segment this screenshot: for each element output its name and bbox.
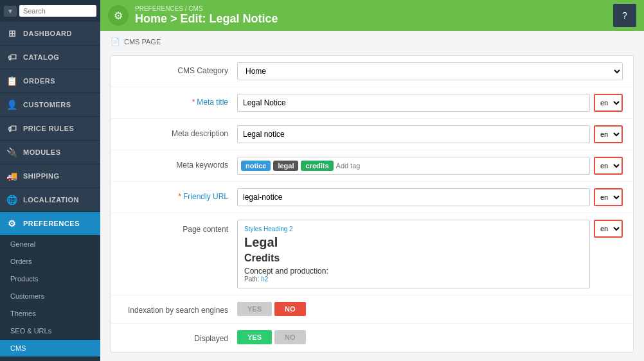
shipping-icon: 🚚 (6, 171, 18, 181)
sidebar-item-seo[interactable]: SEO & URLs (0, 322, 100, 340)
sidebar-nav-orders[interactable]: 📋 ORDERS (0, 69, 100, 93)
topbar-help[interactable]: ? (613, 4, 636, 27)
friendly-url-label: *Friendly URL (121, 188, 237, 201)
displayed-yes-button[interactable]: YES (237, 330, 272, 344)
content-text: Concept and production: (244, 267, 583, 276)
localization-icon: 🌐 (6, 195, 18, 205)
tag-notice: notice (241, 161, 271, 171)
cms-icon: 📄 (111, 37, 120, 46)
cms-form: CMS Category Home *Meta title en (111, 55, 634, 353)
cms-category-row: CMS Category Home (111, 56, 633, 87)
meta-keywords-row: Meta keywords notice legal credits en (111, 150, 633, 182)
sidebar-nav-price-rules[interactable]: 🏷 PRICE RULES (0, 117, 100, 141)
search-icon-button[interactable]: ▼ (4, 6, 17, 17)
meta-description-field: en (237, 125, 623, 143)
sidebar-item-themes[interactable]: Themes (0, 305, 100, 322)
content-path-link[interactable]: h2 (261, 276, 268, 283)
page-content-lang[interactable]: en (594, 220, 623, 238)
price-rules-icon: 🏷 (6, 123, 18, 134)
displayed-label: Displayed (121, 330, 237, 343)
content-path: Path: h2 (244, 276, 583, 283)
meta-title-lang[interactable]: en (594, 94, 623, 112)
indexation-yes-button[interactable]: YES (237, 302, 272, 316)
indexation-no-button[interactable]: NO (274, 302, 306, 316)
sidebar-item-products[interactable]: Products (0, 270, 100, 288)
content-heading: Styles Heading 2 (244, 225, 583, 233)
meta-keywords-field: notice legal credits en (237, 157, 623, 175)
indexation-row: Indexation by search engines YES NO (111, 295, 633, 324)
friendly-url-row: *Friendly URL en (111, 182, 633, 213)
page-content-label: Page content (121, 220, 237, 234)
displayed-row: Displayed YES NO (111, 324, 633, 352)
sidebar-item-images[interactable]: Images (0, 357, 100, 361)
displayed-field: YES NO (237, 330, 623, 344)
meta-title-input[interactable] (237, 94, 590, 112)
catalog-icon: 🏷 (6, 52, 18, 62)
topbar-content: PREFERENCES / CMS Home > Edit: Legal Not… (135, 5, 278, 26)
sidebar-item-orders[interactable]: Orders (0, 253, 100, 270)
main-area: ⚙ PREFERENCES / CMS Home > Edit: Legal N… (100, 0, 644, 361)
page-title: Home > Edit: Legal Notice (135, 12, 278, 26)
sidebar-nav-dashboard[interactable]: ⊞ DASHBOARD (0, 22, 100, 46)
indexation-label: Indexation by search engines (121, 302, 237, 315)
content-h2: Legal (244, 235, 583, 250)
modules-icon: 🔌 (6, 147, 18, 157)
sidebar: ▼ ⊞ DASHBOARD 🏷 CATALOG 📋 ORDERS 👤 CUSTO… (0, 0, 100, 361)
required-star: * (192, 98, 195, 107)
sidebar-item-general[interactable]: General (0, 236, 100, 253)
sidebar-item-cms[interactable]: CMS (0, 340, 100, 357)
page-content-field: Styles Heading 2 Legal Credits Concept a… (237, 220, 623, 288)
top-bar: ⚙ PREFERENCES / CMS Home > Edit: Legal N… (100, 0, 644, 31)
content-credits: Credits (244, 252, 583, 264)
required-star-2: * (178, 192, 181, 201)
indexation-toggle: YES NO (237, 302, 306, 316)
sidebar-item-customers[interactable]: Customers (0, 288, 100, 305)
meta-description-row: Meta description en (111, 119, 633, 150)
sidebar-nav-customers[interactable]: 👤 CUSTOMERS (0, 93, 100, 117)
cms-category-select[interactable]: Home (237, 62, 623, 80)
page-section-header: 📄 CMS PAGE (111, 37, 634, 46)
main-content: 📄 CMS PAGE CMS Category Home *Meta title (100, 31, 644, 361)
displayed-toggle: YES NO (237, 330, 306, 344)
meta-title-row: *Meta title en (111, 87, 633, 119)
tags-container[interactable]: notice legal credits (237, 157, 590, 175)
sidebar-nav-modules[interactable]: 🔌 MODULES (0, 141, 100, 164)
meta-description-input[interactable] (237, 125, 590, 143)
meta-title-label: *Meta title (121, 94, 237, 107)
sidebar-search-area: ▼ (0, 0, 100, 22)
preferences-submenu: General Orders Products Customers Themes… (0, 236, 100, 361)
meta-keywords-lang[interactable]: en (594, 157, 623, 175)
tag-legal: legal (273, 161, 298, 171)
sidebar-nav-catalog[interactable]: 🏷 CATALOG (0, 46, 100, 69)
breadcrumb: PREFERENCES / CMS (135, 5, 278, 12)
meta-description-lang[interactable]: en (594, 125, 623, 143)
friendly-url-lang[interactable]: en (594, 188, 623, 206)
topbar-icon: ⚙ (108, 5, 129, 26)
meta-title-field: en (237, 94, 623, 112)
meta-keywords-label: Meta keywords (121, 157, 237, 170)
preferences-icon: ⚙ (6, 218, 18, 229)
tag-input[interactable] (336, 162, 425, 170)
sidebar-nav-localization[interactable]: 🌐 LOCALIZATION (0, 188, 100, 212)
orders-icon: 📋 (6, 76, 18, 86)
tag-credits: credits (301, 161, 333, 171)
search-input[interactable] (19, 5, 96, 17)
sidebar-nav-preferences[interactable]: ⚙ PREFERENCES (0, 212, 100, 236)
sidebar-nav-shipping[interactable]: 🚚 SHIPPING (0, 164, 100, 188)
meta-description-label: Meta description (121, 125, 237, 138)
friendly-url-field: en (237, 188, 623, 206)
page-content-row: Page content Styles Heading 2 Legal Cred… (111, 213, 633, 295)
displayed-no-button[interactable]: NO (274, 330, 306, 344)
page-header-label: CMS PAGE (124, 38, 161, 46)
dashboard-icon: ⊞ (6, 28, 18, 39)
friendly-url-input[interactable] (237, 188, 590, 206)
cms-category-label: CMS Category (121, 62, 237, 75)
indexation-field: YES NO (237, 302, 623, 316)
page-content-display[interactable]: Styles Heading 2 Legal Credits Concept a… (237, 220, 590, 288)
customers-icon: 👤 (6, 100, 18, 110)
cms-category-field: Home (237, 62, 623, 80)
